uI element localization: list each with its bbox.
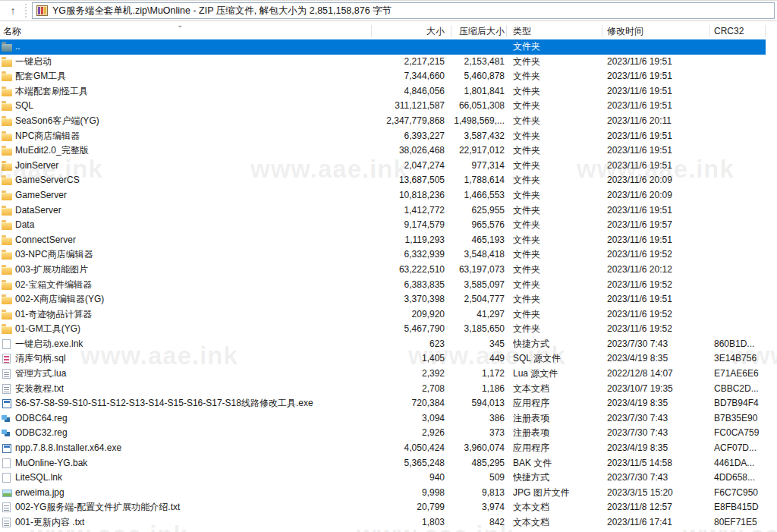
- file-name: MuOnline-YG.bak: [15, 456, 349, 471]
- table-row[interactable]: GameServerCS 13,687,505 1,788,614 文件夹 20…: [0, 173, 766, 188]
- table-row[interactable]: DataServer 1,412,772 625,955 文件夹 2023/11…: [0, 203, 766, 219]
- file-crc32: F6C7C950: [714, 486, 764, 501]
- table-row[interactable]: 一键启动.exe.lnk 623 345 快捷方式 2023/7/30 7:43…: [0, 337, 766, 352]
- table-row[interactable]: ODBC32.reg 2,926 373 注册表项 2023/7/30 7:43…: [0, 426, 766, 441]
- file-crc32: 80EF71E5: [714, 515, 764, 530]
- file-modified-time: 2023/11/6 19:51: [607, 143, 709, 159]
- folder-icon: [2, 208, 12, 216]
- table-row[interactable]: LiteSQL.lnk 940 509 快捷方式 2023/7/30 7:43 …: [0, 471, 766, 486]
- exe-icon: [2, 399, 11, 408]
- file-name: ConnectServer: [15, 233, 349, 248]
- column-divider[interactable]: [506, 25, 507, 37]
- table-row[interactable]: ConnectServer 1,119,293 465,193 文件夹 2023…: [0, 233, 766, 248]
- table-row[interactable]: NPC商店编辑器 6,393,227 3,587,432 文件夹 2023/11…: [0, 129, 766, 144]
- file-modified-time: 2023/11/6 20:09: [607, 188, 709, 203]
- table-row[interactable]: MuEdit2.0_完整版 38,026,468 22,917,012 文件夹 …: [0, 143, 766, 159]
- file-crc32: [714, 159, 764, 174]
- file-type: 文本文档: [513, 515, 599, 530]
- file-type: 文件夹: [513, 278, 599, 293]
- column-divider[interactable]: [451, 25, 451, 37]
- file-name: S6-S7-S8-S9-S10-S11-S12-S13-S14-S15-S16-…: [15, 396, 349, 411]
- folder-icon: [2, 89, 12, 96]
- table-row[interactable]: JoinServer 2,047,274 977,314 文件夹 2023/11…: [0, 159, 766, 174]
- file-size: 2,708: [319, 382, 445, 397]
- table-row[interactable]: 03-NPC商店编辑器 6,332,939 3,548,418 文件夹 2023…: [0, 247, 766, 263]
- table-row[interactable]: 01-奇迹物品计算器 209,920 41,297 文件夹 2023/11/6 …: [0, 307, 766, 323]
- file-name: JoinServer: [15, 159, 349, 174]
- column-divider[interactable]: [371, 25, 372, 37]
- table-row[interactable]: 003-扩展功能图片 63,222,510 63,197,073 文件夹 202…: [0, 263, 766, 278]
- table-row[interactable]: MuOnline-YG.bak 5,365,248 485,295 BAK 文件…: [0, 456, 766, 471]
- file-type: 应用程序: [513, 441, 599, 456]
- file-modified-time: 2023/11/6 19:52: [607, 247, 709, 263]
- column-header-type[interactable]: 类型: [513, 21, 599, 39]
- table-row[interactable]: S6-S7-S8-S9-S10-S11-S12-S13-S14-S15-S16-…: [0, 396, 766, 411]
- table-row[interactable]: SQL 311,121,587 66,051,308 文件夹 2023/11/6…: [0, 99, 766, 114]
- file-type: 文件夹: [513, 173, 599, 188]
- table-row[interactable]: 安装教程.txt 2,708 1,186 文本文档 2023/10/7 19:3…: [0, 382, 766, 397]
- file-crc32: [714, 247, 764, 263]
- file-type: 文本文档: [513, 382, 599, 397]
- table-row[interactable]: Data 9,174,579 965,576 文件夹 2023/11/6 19:…: [0, 218, 766, 233]
- file-type: 文件夹: [513, 129, 599, 144]
- up-button[interactable]: ↑: [3, 2, 23, 20]
- file-packed-size: 1,801,841: [446, 84, 505, 99]
- file-size: 6,383,835: [319, 278, 445, 293]
- table-row[interactable]: 002-X商店编辑器(YG) 3,370,398 2,504,777 文件夹 2…: [0, 292, 766, 307]
- file-size: 2,392: [319, 367, 445, 382]
- table-row[interactable]: 清库句柄.sql 1,405 449 SQL 源文件 2023/4/19 8:3…: [0, 351, 766, 367]
- column-divider[interactable]: [765, 25, 766, 37]
- address-bar[interactable]: YG服务端全套单机.zip\MuOnline - ZIP 压缩文件, 解包大小为…: [32, 2, 775, 19]
- file-crc32: [714, 69, 764, 84]
- column-divider[interactable]: [709, 25, 710, 37]
- file-modified-time: 2023/4/19 8:35: [607, 351, 709, 367]
- folder-icon: [2, 326, 12, 334]
- folder-icon: [2, 193, 12, 200]
- file-size: 2,926: [319, 426, 445, 441]
- file-packed-size: 1,466,553: [446, 188, 505, 203]
- file-name: ..: [15, 39, 349, 55]
- column-header-crc[interactable]: CRC32: [714, 21, 763, 39]
- file-type: BAK 文件: [513, 456, 599, 471]
- table-row[interactable]: 一键启动 2,217,215 2,153,481 文件夹 2023/11/6 1…: [0, 55, 766, 70]
- file-packed-size: 509: [446, 471, 505, 486]
- table-row[interactable]: ODBC64.reg 3,094 386 注册表项 2023/7/30 7:43…: [0, 411, 766, 427]
- file-modified-time: [607, 39, 709, 55]
- file-type: 文件夹: [513, 84, 599, 99]
- file-type: Lua 源文件: [513, 367, 599, 382]
- jpg-icon: [2, 490, 12, 497]
- toolbar-separator: [25, 4, 29, 17]
- table-row[interactable]: 001-更新内容 .txt 1,803 842 文本文档 2023/11/6 1…: [0, 515, 766, 530]
- table-row[interactable]: GameServer 10,818,236 1,466,553 文件夹 2023…: [0, 188, 766, 203]
- file-type: SQL 源文件: [513, 351, 599, 367]
- column-header-name[interactable]: 名称: [3, 21, 329, 39]
- file-modified-time: 2023/10/7 19:35: [607, 382, 709, 397]
- file-size: 6,393,227: [319, 129, 445, 144]
- table-row[interactable]: 01-GM工具(YG) 5,467,790 3,185,650 文件夹 2023…: [0, 322, 766, 337]
- file-packed-size: 485,295: [446, 456, 505, 471]
- file-modified-time: 2023/11/6 19:51: [607, 159, 709, 174]
- file-crc32: 4DD658...: [714, 471, 764, 486]
- file-name: ODBC64.reg: [15, 411, 349, 427]
- column-header-packed[interactable]: 压缩后大小: [446, 21, 505, 39]
- file-modified-time: 2023/11/6 20:11: [607, 114, 709, 129]
- table-row[interactable]: 002-YG服务端-配置文件扩展功能介绍.txt 20,799 3,974 文本…: [0, 500, 766, 515]
- table-row[interactable]: SeaSon6客户端(YG) 2,347,779,868 1,498,569,.…: [0, 114, 766, 129]
- column-divider[interactable]: [602, 25, 602, 37]
- file-packed-size: 22,917,012: [446, 143, 505, 159]
- file-packed-size: 2,153,481: [446, 55, 505, 70]
- file-modified-time: 2022/12/8 14:07: [607, 367, 709, 382]
- table-row[interactable]: 本端配套刷怪工具 4,846,056 1,801,841 文件夹 2023/11…: [0, 84, 766, 99]
- column-header-size[interactable]: 大小: [319, 21, 445, 39]
- table-row[interactable]: npp.7.8.8.Installer.x64.exe 4,050,424 3,…: [0, 441, 766, 456]
- column-header-modified[interactable]: 修改时间: [607, 21, 706, 39]
- table-row[interactable]: 管理方式.lua 2,392 1,172 Lua 源文件 2022/12/8 1…: [0, 367, 766, 382]
- page-sql-icon: [2, 354, 11, 364]
- folder-icon: [2, 252, 12, 260]
- table-row[interactable]: 02-宝箱文件编辑器 6,383,835 3,585,097 文件夹 2023/…: [0, 278, 766, 293]
- table-row[interactable]: .. 文件夹: [0, 39, 766, 55]
- table-row[interactable]: erweima.jpg 9,998 9,813 JPG 图片文件 2023/3/…: [0, 486, 766, 501]
- file-type: 文件夹: [513, 143, 599, 159]
- table-row[interactable]: 配套GM工具 7,344,660 5,460,878 文件夹 2023/11/6…: [0, 69, 766, 84]
- file-size: 940: [319, 471, 445, 486]
